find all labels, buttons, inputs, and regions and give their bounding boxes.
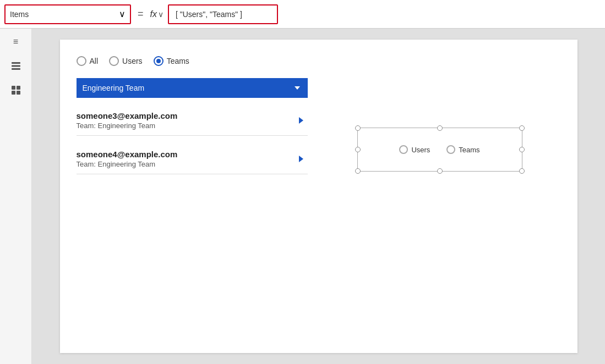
- components-icon[interactable]: [9, 84, 23, 97]
- list-item-1-team: Team: Engineering Team: [77, 122, 178, 130]
- radio-all-circle: [77, 56, 86, 66]
- main-area: ≡ All: [0, 29, 605, 364]
- svg-rect-0: [12, 62, 20, 64]
- list-item-1-chevron-icon: [299, 115, 303, 126]
- fx-chevron-icon: ∨: [158, 10, 163, 19]
- svg-rect-4: [17, 86, 20, 90]
- canvas-widget[interactable]: Users Teams: [357, 128, 522, 172]
- team-dropdown[interactable]: Engineering Team: [77, 78, 308, 98]
- widget-radio-users-label: Users: [411, 146, 430, 154]
- radio-users[interactable]: Users: [109, 56, 143, 66]
- fx-icon: fx: [150, 9, 157, 19]
- dropdown-arrow-icon: [287, 78, 307, 98]
- widget-radio-users-circle: [399, 145, 408, 154]
- radio-teams-label: Teams: [167, 57, 189, 65]
- chevron-down-icon: ∨: [119, 9, 126, 19]
- list-item-2[interactable]: someone4@example.com Team: Engineering T…: [77, 144, 308, 174]
- svg-rect-2: [12, 68, 20, 70]
- radio-all[interactable]: All: [77, 56, 99, 66]
- widget-radio-users[interactable]: Users: [399, 145, 430, 154]
- handle-bottom-right[interactable]: [519, 168, 525, 174]
- list-item-2-email: someone4@example.com: [77, 150, 178, 159]
- handle-top-middle[interactable]: [437, 125, 443, 131]
- list-item-2-team: Team: Engineering Team: [77, 160, 178, 168]
- radio-users-label: Users: [122, 57, 143, 65]
- sidebar: ≡: [0, 29, 32, 364]
- handle-bottom-middle[interactable]: [437, 168, 443, 174]
- radio-users-circle: [109, 56, 119, 66]
- svg-rect-6: [17, 91, 20, 95]
- widget-radio-teams-label: Teams: [459, 146, 479, 154]
- radio-teams-circle: [154, 56, 163, 66]
- formula-bar[interactable]: [ "Users", "Teams" ]: [168, 4, 278, 24]
- svg-rect-1: [12, 65, 20, 67]
- items-dropdown-label: Items: [10, 10, 115, 19]
- radio-teams[interactable]: Teams: [154, 56, 189, 66]
- formula-text: [ "Users", "Teams" ]: [176, 10, 242, 19]
- fx-button[interactable]: fx ∨: [150, 9, 163, 19]
- items-dropdown[interactable]: Items ∨: [4, 4, 131, 24]
- equals-sign: =: [135, 8, 146, 20]
- svg-rect-3: [12, 86, 15, 90]
- canvas-area: All Users Teams Engineering Team: [32, 29, 605, 364]
- hamburger-icon[interactable]: ≡: [9, 35, 23, 48]
- handle-top-left[interactable]: [355, 125, 361, 131]
- list-item-1-email: someone3@example.com: [77, 111, 178, 120]
- list-item-1-content: someone3@example.com Team: Engineering T…: [77, 111, 178, 130]
- widget-radio-teams-circle: [446, 145, 455, 154]
- svg-rect-5: [12, 91, 15, 95]
- handle-middle-left[interactable]: [355, 147, 361, 152]
- handle-middle-right[interactable]: [519, 147, 525, 152]
- list-item-2-chevron-icon: [299, 153, 303, 165]
- radio-all-label: All: [90, 57, 99, 65]
- radio-group: All Users Teams: [77, 56, 189, 66]
- handle-top-right[interactable]: [519, 125, 525, 131]
- list-item-1[interactable]: someone3@example.com Team: Engineering T…: [77, 106, 308, 136]
- list-item-2-content: someone4@example.com Team: Engineering T…: [77, 150, 178, 168]
- team-dropdown-label: Engineering Team: [77, 84, 145, 92]
- handle-bottom-left[interactable]: [355, 168, 361, 174]
- widget-radio-teams[interactable]: Teams: [446, 145, 479, 154]
- layers-icon[interactable]: [9, 59, 23, 73]
- toolbar: Items ∨ = fx ∨ [ "Users", "Teams" ]: [0, 0, 605, 29]
- canvas-white: All Users Teams Engineering Team: [60, 40, 577, 353]
